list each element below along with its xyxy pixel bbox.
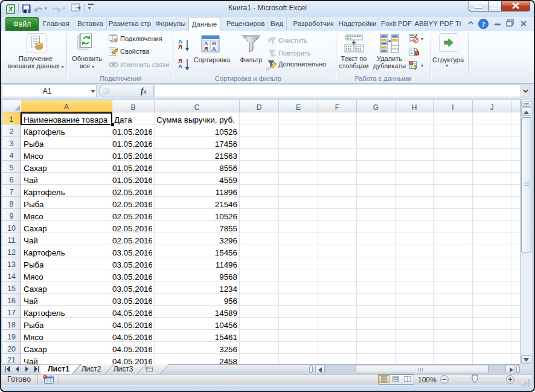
svg-text:?: ? bbox=[482, 20, 485, 28]
svg-text:?: ? bbox=[414, 63, 418, 71]
svg-text:А: А bbox=[212, 46, 216, 52]
svg-text:Я: Я bbox=[204, 46, 208, 52]
